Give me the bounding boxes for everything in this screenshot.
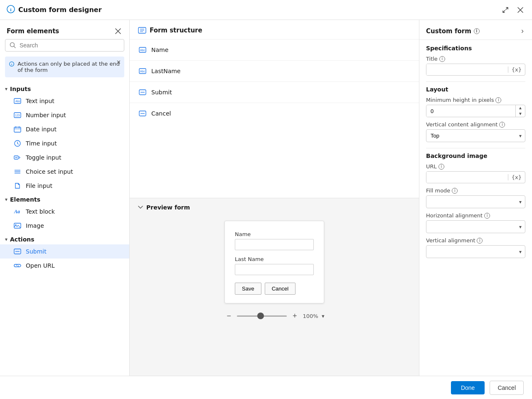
- preview-section: Preview form Name Last Name Save Cancel …: [130, 198, 419, 376]
- min-height-spin: ▲ ▼: [515, 105, 525, 117]
- left-panel: Form elements i Actions can only be plac…: [0, 20, 130, 376]
- min-height-spin-up[interactable]: ▲: [516, 105, 525, 111]
- zoom-dropdown-button[interactable]: ▾: [322, 313, 325, 319]
- file-input-label: File input: [26, 182, 52, 189]
- svg-text:i: i: [11, 63, 12, 66]
- elements-chevron-icon: ▾: [5, 197, 7, 202]
- zoom-out-button[interactable]: −: [224, 311, 234, 321]
- cancel-row-icon: [138, 109, 147, 118]
- preview-name-label: Name: [235, 231, 314, 237]
- date-input-icon: [13, 125, 22, 133]
- search-icon: [10, 42, 16, 49]
- zoom-value: 100%: [303, 313, 318, 319]
- list-item-open-url[interactable]: Open URL: [0, 259, 129, 273]
- elements-section-header[interactable]: ▾ Elements: [0, 193, 129, 204]
- list-item-number-input[interactable]: 123 Number input: [0, 108, 129, 122]
- fill-mode-select[interactable]: Cover Repeat RepeatHorizontally RepeatVe…: [426, 196, 525, 208]
- title-bar-left: i Custom form designer: [7, 5, 102, 15]
- form-row-cancel[interactable]: Cancel: [130, 103, 419, 124]
- date-input-label: Date input: [26, 126, 57, 133]
- form-row-lastname[interactable]: Abc LastName: [130, 60, 419, 81]
- cancel-button[interactable]: Cancel: [490, 381, 524, 395]
- form-structure-section: Form structure Abc Name Abc LastName Sub…: [130, 20, 419, 198]
- min-height-label: Minimum height in pixels i: [426, 97, 525, 103]
- name-row-icon: Abc: [138, 45, 147, 54]
- bg-vertical-alignment-label-text: Vertical alignment: [426, 237, 475, 244]
- vertical-alignment-select[interactable]: Top Center Bottom: [426, 130, 525, 142]
- zoom-bar: − + 100% ▾: [130, 308, 419, 325]
- svg-point-20: [15, 224, 17, 226]
- bg-vertical-alignment-select[interactable]: Top Center Bottom: [426, 246, 525, 258]
- close-window-button[interactable]: [515, 5, 525, 15]
- image-icon: [13, 222, 22, 230]
- svg-text:i: i: [10, 7, 11, 12]
- right-panel-expand-button[interactable]: ›: [520, 26, 525, 36]
- zoom-slider[interactable]: [237, 315, 287, 317]
- fill-mode-label-text: Fill mode: [426, 187, 450, 194]
- form-row-cancel-label: Cancel: [151, 110, 171, 117]
- open-url-label: Open URL: [26, 262, 55, 269]
- title-expression-icon[interactable]: {x}: [508, 66, 525, 73]
- done-button[interactable]: Done: [451, 381, 485, 394]
- list-item-submit[interactable]: Submit: [0, 244, 129, 259]
- search-box[interactable]: [5, 39, 124, 52]
- info-banner-icon: i: [9, 61, 14, 67]
- preview-header[interactable]: Preview form: [130, 198, 419, 217]
- title-bar: i Custom form designer: [0, 0, 532, 20]
- search-input[interactable]: [20, 42, 120, 49]
- list-item-date-input[interactable]: Date input: [0, 122, 129, 136]
- preview-chevron-icon: [138, 206, 143, 209]
- lastname-row-icon: Abc: [138, 66, 147, 76]
- min-height-info-icon: i: [495, 97, 501, 103]
- layout-section-title: Layout: [426, 86, 525, 93]
- zoom-in-button[interactable]: +: [290, 311, 300, 321]
- preview-save-button[interactable]: Save: [235, 283, 261, 295]
- number-input-icon: 123: [13, 111, 22, 119]
- open-url-icon: [13, 261, 22, 270]
- list-item-text-block[interactable]: Aa Text block: [0, 204, 129, 219]
- min-height-input[interactable]: [426, 106, 515, 117]
- horizontal-alignment-select[interactable]: Left Center Right: [426, 221, 525, 233]
- preview-title: Preview form: [146, 204, 190, 211]
- title-bar-right: [500, 5, 525, 15]
- main-layout: Form elements i Actions can only be plac…: [0, 20, 532, 376]
- time-input-label: Time input: [26, 140, 57, 147]
- title-input-wrapper: {x}: [426, 64, 525, 76]
- form-row-name[interactable]: Abc Name: [130, 39, 419, 60]
- preview-cancel-button[interactable]: Cancel: [265, 283, 296, 295]
- submit-row-icon: [138, 88, 147, 97]
- left-panel-close-button[interactable]: [113, 27, 123, 36]
- list-item-image[interactable]: Image: [0, 219, 129, 233]
- expand-button[interactable]: [500, 5, 510, 15]
- list-item-time-input[interactable]: Time input: [0, 136, 129, 150]
- inputs-section-label: Inputs: [10, 86, 31, 92]
- inputs-section-header[interactable]: ▾ Inputs: [0, 82, 129, 94]
- form-row-submit[interactable]: Submit: [130, 81, 419, 103]
- url-expression-icon[interactable]: {x}: [508, 174, 525, 180]
- vertical-alignment-info-icon: i: [499, 122, 505, 128]
- list-item-choice-set-input[interactable]: Choice set input: [0, 165, 129, 179]
- svg-text:123: 123: [15, 114, 20, 117]
- preview-lastname-input[interactable]: [235, 264, 314, 275]
- form-row-submit-label: Submit: [151, 89, 172, 96]
- actions-section-header[interactable]: ▾ Actions: [0, 233, 129, 244]
- info-banner-close-button[interactable]: ✕: [116, 59, 121, 65]
- horizontal-alignment-label-text: Horizontal alignment: [426, 212, 483, 219]
- form-structure-title: Form structure: [150, 27, 202, 34]
- list-item-file-input[interactable]: File input: [0, 179, 129, 193]
- preview-content: Name Last Name Save Cancel: [130, 217, 419, 308]
- left-panel-title: Form elements: [7, 27, 59, 35]
- title-input[interactable]: [426, 64, 508, 75]
- toggle-input-icon: [13, 153, 22, 162]
- url-info-icon: i: [438, 164, 444, 170]
- text-input-icon: Abc: [13, 97, 22, 105]
- horizontal-alignment-select-wrapper: Left Center Right ▾: [426, 220, 525, 233]
- url-input[interactable]: [426, 172, 508, 183]
- list-item-toggle-input[interactable]: Toggle input: [0, 150, 129, 165]
- svg-text:Abc: Abc: [15, 100, 21, 103]
- preview-name-input[interactable]: [235, 239, 314, 250]
- list-item-text-input[interactable]: Abc Text input: [0, 94, 129, 108]
- info-banner: i Actions can only be placed at the end …: [5, 57, 124, 77]
- time-input-icon: [13, 139, 22, 148]
- min-height-spin-down[interactable]: ▼: [516, 111, 525, 117]
